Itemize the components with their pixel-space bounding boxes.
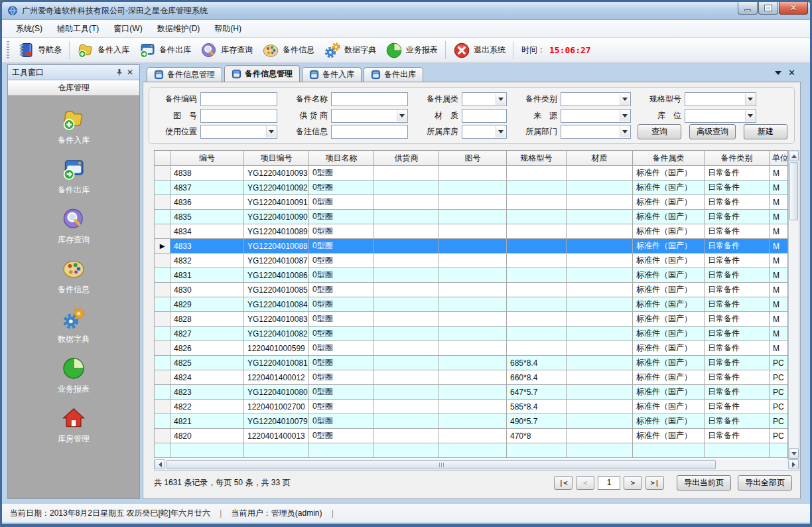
dock-item-business-report[interactable]: 业务报表 [34, 356, 113, 395]
table-cell[interactable]: 0型圈 [309, 254, 374, 268]
table-cell[interactable]: M [770, 283, 788, 297]
table-cell[interactable] [374, 195, 439, 210]
page-input[interactable] [598, 476, 620, 490]
table-cell[interactable]: 4825 [170, 356, 244, 370]
table-cell[interactable]: 标准件（国产） [633, 195, 705, 210]
table-cell[interactable]: 日常备件 [705, 254, 770, 268]
table-cell[interactable]: 日常备件 [705, 341, 770, 356]
table-cell[interactable] [439, 370, 507, 385]
table-cell[interactable] [244, 443, 309, 458]
table-cell[interactable]: M [770, 166, 788, 181]
table-cell[interactable]: 标准件（国产） [633, 429, 705, 443]
table-cell[interactable] [567, 443, 633, 458]
table-cell[interactable] [770, 443, 788, 458]
table-cell[interactable] [507, 195, 567, 210]
table-cell[interactable]: PC [770, 356, 788, 370]
table-cell[interactable]: 日常备件 [705, 239, 770, 254]
table-cell[interactable]: PC [770, 429, 788, 443]
column-header[interactable]: 编号 [170, 151, 244, 166]
table-cell[interactable]: 490*5.7 [507, 414, 567, 429]
table-cell[interactable]: 标准件（国产） [633, 370, 705, 385]
menu-item-aux-tools[interactable]: 辅助工具(T) [50, 20, 106, 38]
table-row[interactable]: 4830YG122040100850型圈标准件（国产）日常备件M [155, 283, 788, 297]
maximize-button[interactable] [758, 2, 778, 15]
menu-item-window-menu[interactable]: 窗口(W) [106, 20, 149, 38]
table-cell[interactable] [374, 356, 439, 370]
table-cell[interactable]: 标准件（国产） [633, 239, 705, 254]
table-cell[interactable]: 0型圈 [309, 181, 374, 195]
table-cell[interactable] [567, 268, 633, 283]
search-select-warehouse[interactable] [462, 125, 507, 139]
table-cell[interactable] [374, 327, 439, 341]
table-cell[interactable]: 4832 [170, 254, 244, 268]
table-cell[interactable]: M [770, 210, 788, 224]
row-selector-cell[interactable] [155, 429, 170, 443]
table-cell[interactable]: 1220401400013 [244, 429, 309, 443]
table-cell[interactable]: M [770, 239, 788, 254]
table-cell[interactable] [507, 312, 567, 327]
table-cell[interactable]: YG12204010092 [244, 181, 309, 195]
table-cell[interactable] [507, 327, 567, 341]
table-cell[interactable]: 0型圈 [309, 283, 374, 297]
tab-parts-info-mgmt-1[interactable]: 备件信息管理 [147, 67, 222, 82]
table-cell[interactable]: 0型圈 [309, 429, 374, 443]
table-cell[interactable]: 标准件（国产） [633, 356, 705, 370]
row-selector-cell[interactable]: ▶ [155, 239, 170, 254]
scroll-up-icon[interactable] [789, 151, 799, 161]
scroll-down-icon[interactable] [789, 448, 799, 459]
table-cell[interactable]: 470*8 [507, 429, 567, 443]
minimize-button[interactable] [738, 2, 758, 15]
table-cell[interactable]: M [770, 327, 788, 341]
table-cell[interactable]: 4831 [170, 268, 244, 283]
table-cell[interactable]: 日常备件 [705, 210, 770, 224]
table-cell[interactable] [374, 429, 439, 443]
column-header[interactable]: 规格型号 [507, 151, 567, 166]
table-cell[interactable] [374, 443, 439, 458]
toolbar-button-nav-bar[interactable]: 导航条 [13, 39, 66, 62]
table-cell[interactable]: 日常备件 [705, 429, 770, 443]
table-cell[interactable]: 0型圈 [309, 327, 374, 341]
table-cell[interactable]: 0型圈 [309, 195, 374, 210]
search-input-material[interactable] [462, 109, 507, 123]
table-cell[interactable]: 日常备件 [705, 400, 770, 414]
table-cell[interactable] [439, 341, 507, 356]
horizontal-scrollbar[interactable] [154, 459, 799, 471]
toolbar-button-parts-info[interactable]: 备件信息 [257, 39, 319, 62]
table-cell[interactable]: 1220401400012 [244, 370, 309, 385]
row-selector-cell[interactable] [155, 181, 170, 195]
table-cell[interactable] [567, 210, 633, 224]
menu-item-data-maintenance[interactable]: 数据维护(D) [150, 20, 208, 38]
table-cell[interactable]: 1220401002700 [244, 400, 309, 414]
table-cell[interactable] [374, 239, 439, 254]
row-selector-cell[interactable] [155, 414, 170, 429]
table-cell[interactable]: PC [770, 370, 788, 385]
table-cell[interactable]: 标准件（国产） [633, 385, 705, 400]
table-cell[interactable] [439, 268, 507, 283]
table-cell[interactable]: M [770, 268, 788, 283]
table-cell[interactable] [439, 297, 507, 312]
table-cell[interactable] [374, 254, 439, 268]
table-cell[interactable] [567, 239, 633, 254]
table-cell[interactable]: M [770, 195, 788, 210]
row-selector-cell[interactable] [155, 385, 170, 400]
table-cell[interactable]: PC [770, 414, 788, 429]
table-cell[interactable] [374, 414, 439, 429]
search-select-location[interactable] [685, 109, 756, 123]
table-cell[interactable]: 4821 [170, 414, 244, 429]
table-cell[interactable]: 647*5.7 [507, 385, 567, 400]
table-cell[interactable] [567, 312, 633, 327]
table-cell[interactable]: 标准件（国产） [633, 297, 705, 312]
toolbar-button-exit-system[interactable]: 退出系统 [448, 39, 510, 62]
table-cell[interactable]: YG12204010082 [244, 327, 309, 341]
table-cell[interactable] [374, 283, 439, 297]
table-cell[interactable]: 4824 [170, 370, 244, 385]
table-cell[interactable] [374, 166, 439, 181]
table-cell[interactable] [507, 254, 567, 268]
chevron-down-icon[interactable] [496, 94, 506, 105]
table-row[interactable]: 482612204010005990型圈标准件（国产）日常备件M [155, 341, 788, 356]
table-cell[interactable]: YG12204010085 [244, 283, 309, 297]
first-page-button[interactable]: |< [554, 476, 573, 490]
column-header[interactable]: 备件类别 [705, 151, 770, 166]
table-cell[interactable] [439, 224, 507, 239]
chevron-down-icon[interactable] [745, 110, 755, 121]
